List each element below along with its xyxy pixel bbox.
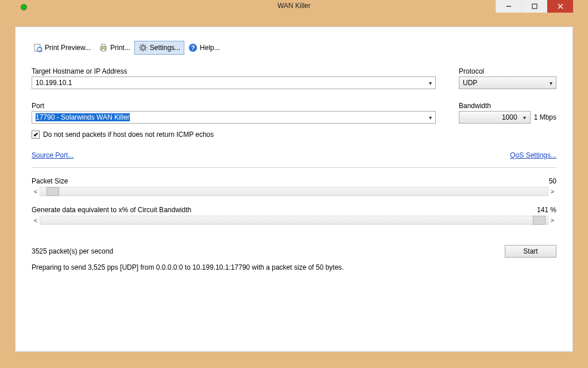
port-select[interactable]: 17790 - Solarwinds WAN Killer ▾	[32, 111, 436, 124]
target-label: Target Hostname or IP Address	[32, 67, 436, 75]
packet-size-value: 50	[549, 177, 556, 185]
slider-left-arrow-icon[interactable]: <	[32, 188, 40, 195]
minimize-icon	[506, 3, 512, 9]
slider-track[interactable]	[40, 216, 548, 225]
svg-line-19	[140, 50, 141, 51]
protocol-label: Protocol	[459, 67, 556, 75]
svg-rect-8	[102, 44, 105, 47]
printer-icon	[99, 43, 108, 52]
print-preview-icon	[33, 43, 42, 52]
chevron-down-icon: ▾	[546, 80, 556, 86]
minimize-button[interactable]	[496, 0, 521, 13]
slider-right-arrow-icon[interactable]: >	[548, 188, 556, 195]
help-label: Help...	[200, 44, 220, 52]
maximize-icon	[532, 3, 537, 9]
protocol-select[interactable]: UDP ▾	[459, 76, 556, 89]
toolbar: Print Preview... Print... Settings... ? …	[29, 41, 556, 55]
gear-icon	[138, 43, 148, 52]
percent-slider[interactable]: < >	[32, 215, 556, 225]
print-button[interactable]: Print...	[95, 41, 134, 55]
window-buttons	[496, 0, 573, 13]
svg-line-17	[145, 50, 146, 51]
bandwidth-value: 1000	[459, 113, 520, 121]
svg-line-18	[145, 45, 146, 46]
bandwidth-unit: 1 Mbps	[534, 113, 556, 121]
slider-track[interactable]	[40, 187, 548, 196]
print-preview-button[interactable]: Print Preview...	[29, 41, 95, 55]
pps-readout: 3525 packet(s) per second	[32, 247, 113, 255]
target-value: 10.199.10.1	[32, 79, 425, 87]
status-text: Preparing to send 3,525 pps [UDP] from 0…	[32, 263, 556, 271]
svg-rect-1	[532, 4, 537, 9]
slider-thumb[interactable]	[533, 216, 546, 225]
close-button[interactable]	[547, 0, 573, 13]
target-input[interactable]: 10.199.10.1 ▾	[32, 76, 436, 89]
port-value: 17790 - Solarwinds WAN Killer	[36, 113, 130, 121]
icmp-checkbox[interactable]: ✔	[32, 131, 40, 139]
percent-value: 141 %	[537, 206, 556, 214]
svg-point-11	[142, 47, 144, 49]
packet-size-label: Packet Size	[32, 177, 68, 185]
protocol-value: UDP	[459, 79, 546, 87]
print-label: Print...	[110, 44, 130, 52]
settings-label: Settings...	[150, 44, 180, 52]
start-label: Start	[523, 247, 537, 255]
bandwidth-select[interactable]: 1000 ▾	[459, 111, 531, 124]
window-frame: WAN Killer Print Preview...	[0, 0, 588, 368]
percent-label: Generate data equivalent to x% of Circui…	[32, 206, 191, 214]
source-port-link[interactable]: Source Port...	[32, 151, 74, 159]
slider-thumb[interactable]	[47, 187, 59, 196]
divider	[32, 167, 556, 168]
chevron-down-icon: ▾	[425, 80, 435, 86]
svg-text:?: ?	[191, 44, 195, 51]
bandwidth-label: Bandwidth	[459, 102, 556, 110]
port-label: Port	[32, 102, 436, 110]
main-panel: Print Preview... Print... Settings... ? …	[15, 26, 573, 352]
svg-rect-9	[102, 49, 105, 51]
slider-right-arrow-icon[interactable]: >	[548, 217, 556, 224]
close-icon	[558, 3, 563, 9]
qos-settings-link[interactable]: QoS Settings...	[510, 151, 556, 159]
icmp-label: Do not send packets if host does not ret…	[43, 131, 214, 139]
maximize-button[interactable]	[521, 0, 547, 13]
help-button[interactable]: ? Help...	[184, 41, 224, 55]
packet-size-slider[interactable]: < >	[32, 186, 556, 197]
svg-line-16	[140, 45, 141, 46]
chevron-down-icon: ▾	[520, 114, 530, 121]
slider-left-arrow-icon[interactable]: <	[32, 217, 40, 224]
help-icon: ?	[188, 43, 198, 52]
start-button[interactable]: Start	[505, 245, 556, 258]
settings-button[interactable]: Settings...	[134, 41, 184, 55]
chevron-down-icon: ▾	[425, 114, 435, 121]
title-bar: WAN Killer	[0, 0, 588, 13]
print-preview-label: Print Preview...	[45, 44, 91, 52]
